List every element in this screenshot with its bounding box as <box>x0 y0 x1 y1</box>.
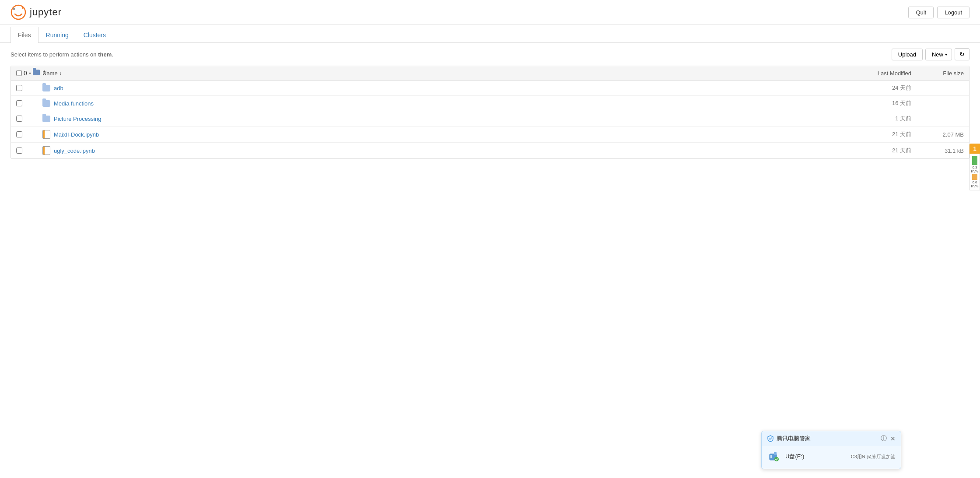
checkbox-ugly[interactable] <box>16 148 22 154</box>
row-size-ugly: 31.1 kB <box>911 148 964 154</box>
right-sidebar-widget: 1 0.3 KV/s 0.0 KV/s <box>970 144 980 159</box>
row-modified-media: 16 天前 <box>824 99 911 107</box>
row-name-media: Media functions <box>42 100 824 107</box>
row-name-ugly: ugly_code.ipynb <box>42 146 824 155</box>
svg-point-1 <box>13 8 15 10</box>
logo-text: jupyter <box>30 7 62 18</box>
row-name-maixii: MaixII-Dock.ipynb <box>42 130 824 139</box>
green-bar <box>972 156 977 159</box>
select-all-checkbox[interactable] <box>16 70 22 76</box>
logout-button[interactable]: Logout <box>937 7 970 18</box>
toolbar: Select items to perform actions on them.… <box>0 43 980 66</box>
refresh-button[interactable]: ↻ <box>955 48 970 60</box>
col-size-header[interactable]: File size <box>911 70 964 77</box>
select-info-emphasis: them <box>98 51 112 58</box>
table-row: Picture Processing 1 天前 <box>11 111 969 127</box>
folder-icon <box>42 116 50 122</box>
checkbox-adb[interactable] <box>16 85 22 91</box>
row-checkbox-picture <box>16 116 42 122</box>
link-picture[interactable]: Picture Processing <box>54 116 101 122</box>
logo: jupyter <box>10 4 62 20</box>
col-modified-header[interactable]: Last Modified <box>824 70 911 77</box>
header-checkbox-area: 0 ▾ / <box>16 70 42 77</box>
col-name-header[interactable]: Name ↓ <box>42 70 824 77</box>
table-row: ugly_code.ipynb 21 天前 31.1 kB <box>11 143 969 158</box>
header: jupyter Quit Logout <box>0 0 980 25</box>
folder-icon <box>42 85 50 91</box>
folder-breadcrumb-icon <box>33 70 40 77</box>
new-dropdown-arrow: ▾ <box>945 52 947 57</box>
header-chevron[interactable]: ▾ <box>29 71 31 76</box>
row-checkbox-adb <box>16 85 42 91</box>
link-ugly[interactable]: ugly_code.ipynb <box>54 148 95 154</box>
link-maixii[interactable]: MaixII-Dock.ipynb <box>54 131 99 138</box>
file-table: 0 ▾ / Name ↓ Last Modified File size adb… <box>10 66 970 159</box>
select-info-text: Select items to perform actions on them. <box>10 51 113 58</box>
row-modified-picture: 1 天前 <box>824 115 911 123</box>
row-modified-maixii: 21 天前 <box>824 130 911 138</box>
sidebar-badge[interactable]: 1 <box>970 144 980 154</box>
toolbar-actions: Upload New ▾ ↻ <box>892 48 970 60</box>
sidebar-stats-bar: 0.3 KV/s 0.0 KV/s <box>970 154 980 159</box>
table-row: adb 24 天前 <box>11 81 969 96</box>
row-name-adb: adb <box>42 85 824 91</box>
link-media[interactable]: Media functions <box>54 100 94 107</box>
row-checkbox-ugly <box>16 148 42 154</box>
checkbox-media[interactable] <box>16 100 22 106</box>
new-button[interactable]: New ▾ <box>925 49 952 60</box>
row-modified-ugly: 21 天前 <box>824 147 911 155</box>
row-size-maixii: 2.07 MB <box>911 131 964 138</box>
upload-button[interactable]: Upload <box>892 49 923 60</box>
notebook-icon <box>42 130 50 139</box>
jupyter-logo-icon <box>10 4 26 20</box>
folder-icon <box>42 100 50 107</box>
row-checkbox-maixii <box>16 131 42 137</box>
checkbox-picture[interactable] <box>16 116 22 122</box>
tab-clusters[interactable]: Clusters <box>76 27 113 43</box>
tab-files[interactable]: Files <box>10 27 38 43</box>
tab-running[interactable]: Running <box>38 27 76 43</box>
svg-point-2 <box>22 7 24 9</box>
new-button-label: New <box>932 51 943 58</box>
notebook-icon <box>42 146 50 155</box>
link-adb[interactable]: adb <box>54 85 63 91</box>
header-buttons: Quit Logout <box>908 7 970 18</box>
table-row: MaixII-Dock.ipynb 21 天前 2.07 MB <box>11 127 969 143</box>
quit-button[interactable]: Quit <box>908 7 934 18</box>
row-modified-adb: 24 天前 <box>824 84 911 92</box>
tab-bar: Files Running Clusters <box>0 27 980 43</box>
sort-arrow: ↓ <box>60 70 62 76</box>
row-name-picture: Picture Processing <box>42 116 824 122</box>
table-header: 0 ▾ / Name ↓ Last Modified File size <box>11 66 969 81</box>
checkbox-maixii[interactable] <box>16 131 22 137</box>
item-count: 0 <box>24 70 27 77</box>
row-checkbox-media <box>16 100 42 106</box>
table-row: Media functions 16 天前 <box>11 96 969 111</box>
